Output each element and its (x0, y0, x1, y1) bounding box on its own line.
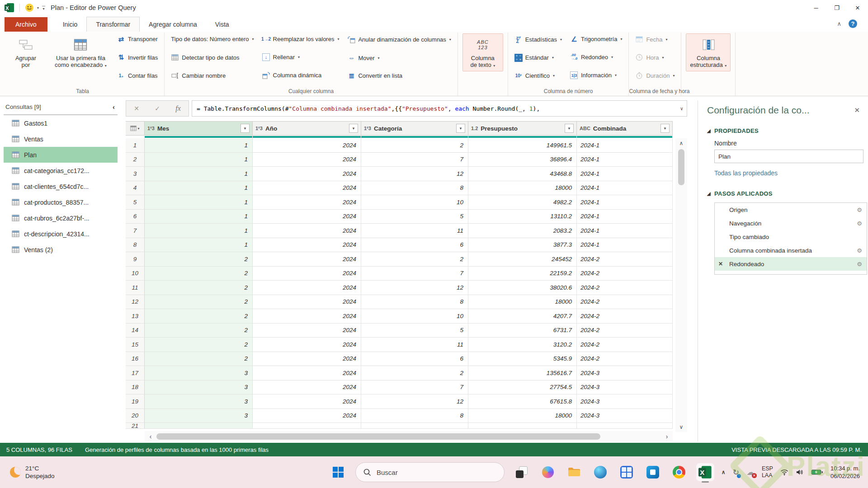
row-number[interactable]: 11 (126, 281, 145, 295)
cell[interactable]: 10 (361, 309, 468, 324)
applied-step-navegación[interactable]: Navegación⚙ (715, 216, 867, 230)
cell[interactable]: 135616.7 (468, 366, 577, 380)
duracion-button[interactable]: Duración▾ (633, 71, 676, 80)
clock-widget[interactable]: 10:34 p. m.06/02/2026 (830, 465, 860, 480)
tab-vista[interactable]: Vista (206, 17, 238, 32)
cell[interactable]: 11 (361, 338, 468, 352)
cell[interactable]: 7 (361, 267, 468, 281)
row-number[interactable]: 16 (126, 352, 145, 366)
status-profiling-info[interactable]: Generación de perfiles de columnas basad… (85, 446, 731, 453)
anular-dinamizacion-button[interactable]: Anular dinamización de columnas▾ (345, 35, 453, 44)
tab-agregar-columna[interactable]: Agregar columna (140, 17, 206, 32)
cell[interactable]: 2024 (253, 195, 361, 210)
cell[interactable]: 67615.8 (468, 394, 577, 409)
fx-icon[interactable]: fx (175, 104, 181, 113)
applied-step-tipo-cambiado[interactable]: Tipo cambiado (715, 230, 867, 244)
cell[interactable]: 3 (145, 380, 253, 395)
scroll-up-icon[interactable]: ∧ (675, 138, 687, 148)
query-item-ventas-2-[interactable]: Ventas (2) (4, 242, 118, 258)
row-number[interactable]: 3 (126, 167, 145, 181)
cell[interactable]: 2024-1 (577, 238, 673, 253)
cell[interactable]: 2024-1 (577, 153, 673, 167)
cientifico-button[interactable]: 10²Científico▾ (513, 71, 564, 80)
column-header-combinada[interactable]: ABCCombinada▼ (577, 121, 673, 136)
cell[interactable]: 2 (145, 338, 253, 352)
cell[interactable]: 2083.2 (468, 224, 577, 238)
cell[interactable]: 8 (361, 295, 468, 310)
cell[interactable]: 2024 (253, 153, 361, 167)
column-header-presupuesto[interactable]: 1.2Presupuesto▼ (468, 121, 577, 136)
tab-transformar[interactable]: Transformar (86, 17, 140, 32)
cell[interactable]: 1 (145, 224, 253, 238)
cell[interactable]: 22159.2 (468, 267, 577, 281)
agrupar-por-button[interactable]: Agruparpor (5, 33, 46, 80)
tab-inicio[interactable]: Inicio (54, 17, 87, 32)
taskbar-search[interactable]: Buscar (355, 462, 505, 482)
vertical-scrollbar[interactable]: ∧ ∨ (675, 138, 687, 432)
cell[interactable]: 2024 (253, 409, 361, 423)
cell[interactable]: 1 (145, 210, 253, 224)
applied-steps-section-header[interactable]: ◢ PASOS APLICADOS (707, 190, 860, 197)
cell[interactable]: 11 (361, 224, 468, 238)
cell[interactable]: 2024 (253, 281, 361, 295)
smiley-dropdown-icon[interactable]: ▾ (37, 6, 39, 10)
cell[interactable]: 2024 (253, 181, 361, 196)
column-type-icon[interactable]: 1²3 (147, 126, 155, 131)
formula-input[interactable]: = Table.TransformColumns(#"Columna combi… (192, 100, 687, 117)
all-properties-link[interactable]: Todas las propiedades (714, 169, 860, 177)
trigonometria-button[interactable]: ∠Trigonometría▾ (568, 35, 624, 43)
cell[interactable]: 1 (145, 138, 253, 153)
cell[interactable]: 2024 (253, 295, 361, 310)
cell[interactable]: 4982.2 (468, 195, 577, 210)
app-grid-button[interactable] (618, 463, 636, 481)
wifi-icon[interactable] (780, 469, 788, 476)
step-settings-gear-icon[interactable]: ⚙ (857, 247, 862, 254)
cell[interactable]: 6 (361, 238, 468, 253)
informacion-button[interactable]: 1|3Información▾ (568, 70, 624, 80)
cell[interactable]: 2024 (253, 352, 361, 366)
cell[interactable]: 12 (361, 281, 468, 295)
cell[interactable]: 2024 (253, 167, 361, 181)
column-type-icon[interactable]: 1²3 (364, 126, 371, 131)
cell[interactable]: 1 (145, 153, 253, 167)
cell[interactable] (145, 423, 253, 429)
select-all-corner[interactable]: ▾ (126, 121, 145, 136)
cell[interactable]: 5 (361, 324, 468, 338)
cell[interactable]: 1 (145, 195, 253, 210)
cell[interactable]: 3120.2 (468, 338, 577, 352)
reemplazar-los-valores-button[interactable]: 1→2Reemplazar los valores▾ (260, 35, 341, 43)
cell[interactable]: 149961.5 (468, 138, 577, 153)
query-item-plan[interactable]: Plan (4, 147, 118, 163)
cell[interactable]: 7 (361, 380, 468, 395)
cell[interactable]: 2024-1 (577, 210, 673, 224)
accept-formula-icon[interactable]: ✓ (155, 105, 160, 112)
cell[interactable]: 2 (361, 252, 468, 267)
cell[interactable]: 2024 (253, 324, 361, 338)
cell[interactable] (577, 423, 673, 429)
cell[interactable]: 2024-3 (577, 380, 673, 395)
row-number[interactable]: 5 (126, 195, 145, 210)
cell[interactable]: 13110.2 (468, 210, 577, 224)
cell[interactable]: 2024-1 (577, 181, 673, 196)
customize-toolbar-icon[interactable]: ─▾ (42, 5, 45, 10)
cell[interactable]: 2024 (253, 309, 361, 324)
cell[interactable]: 2 (145, 281, 253, 295)
applied-step-columna-combinada-insertada[interactable]: Columna combinada insertada⚙ (715, 244, 867, 257)
cell[interactable]: 2024-2 (577, 324, 673, 338)
query-item-ventas[interactable]: Ventas (4, 131, 118, 147)
cell[interactable]: 10 (361, 195, 468, 210)
cell[interactable]: 3 (145, 394, 253, 409)
query-item-ct-descripcion-42314-[interactable]: ct-descripcion_42314... (4, 226, 118, 242)
cell[interactable]: 4207.7 (468, 309, 577, 324)
column-header-mes[interactable]: 1²3Mes▼ (145, 121, 253, 136)
row-number[interactable]: 15 (126, 338, 145, 352)
smiley-feedback-icon[interactable] (25, 3, 34, 12)
cell[interactable]: 7 (361, 153, 468, 167)
horizontal-scroll-thumb[interactable] (156, 433, 600, 440)
cell[interactable]: 2024-3 (577, 409, 673, 423)
cell[interactable]: 3 (145, 366, 253, 380)
query-item-cat-productos-88357-[interactable]: cat-productos_88357... (4, 194, 118, 210)
collapse-queries-pane-icon[interactable]: ‹ (113, 103, 115, 111)
cell[interactable]: 2024-1 (577, 195, 673, 210)
vertical-scroll-thumb[interactable] (678, 149, 684, 185)
